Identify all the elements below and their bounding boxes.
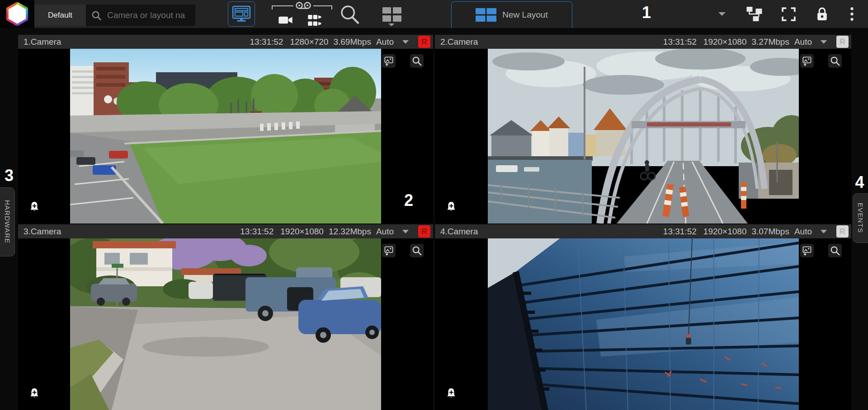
bell-plus-icon bbox=[446, 387, 457, 399]
camera-bitrate: 12.32Mbps bbox=[329, 227, 371, 237]
layout-grid-button[interactable] bbox=[381, 6, 403, 23]
search-icon bbox=[91, 10, 102, 21]
monitor-view-button[interactable] bbox=[228, 1, 255, 27]
camera-3-scene-street bbox=[70, 238, 381, 410]
image-download-icon bbox=[802, 245, 812, 256]
tile-zoom-button[interactable] bbox=[410, 54, 424, 68]
stream-caret-icon[interactable] bbox=[402, 40, 409, 44]
new-layout-tab[interactable]: New Layout bbox=[451, 1, 572, 28]
camera-stats: 13:31:52 1920×1080 3.07Mbps Auto R bbox=[663, 225, 849, 238]
toolbar: Default bbox=[0, 0, 868, 28]
global-search-button[interactable] bbox=[339, 4, 361, 25]
camera-time: 13:31:52 bbox=[250, 37, 283, 47]
add-bookmark-button[interactable] bbox=[29, 387, 40, 399]
hardware-tab[interactable]: HARDWARE bbox=[0, 187, 15, 256]
screen-selector-caret[interactable] bbox=[718, 12, 726, 16]
camera-resolution: 1920×1080 bbox=[703, 37, 747, 47]
default-layout-button[interactable]: Default bbox=[34, 5, 86, 26]
camera-4-video[interactable] bbox=[435, 238, 851, 410]
camera-time: 13:31:52 bbox=[240, 227, 274, 237]
camera-4-info-bar: 4.Camera 13:31:52 1920×1080 3.07Mbps Aut… bbox=[435, 224, 851, 238]
lock-button[interactable] bbox=[815, 6, 829, 22]
camera-4-scene-glass-building bbox=[488, 238, 799, 410]
camera-2-scene-bridge bbox=[488, 49, 799, 224]
fullscreen-icon bbox=[781, 7, 796, 22]
camera-1-video[interactable] bbox=[18, 49, 433, 224]
tile-magnifier-icon bbox=[411, 245, 422, 256]
showreel-icon bbox=[293, 1, 313, 11]
camera-tile-4[interactable]: 4.Camera 13:31:52 1920×1080 3.07Mbps Aut… bbox=[435, 224, 851, 410]
camera-stats: 13:31:52 1280×720 3.69Mbps Auto R bbox=[250, 36, 430, 48]
kebab-menu-icon bbox=[850, 7, 854, 21]
tile-zoom-button[interactable] bbox=[410, 244, 424, 257]
recording-badge: R bbox=[418, 36, 430, 48]
save-snapshot-button[interactable] bbox=[382, 244, 396, 257]
main-menu-button[interactable] bbox=[848, 6, 855, 22]
layout-grid-caret-icon[interactable] bbox=[388, 23, 395, 26]
camera-name: 4.Camera bbox=[440, 227, 478, 237]
stream-caret-icon[interactable] bbox=[821, 230, 827, 233]
camera-1-info-bar: 1.Camera 13:31:52 1280×720 3.69Mbps Auto… bbox=[18, 35, 433, 49]
search-box bbox=[86, 5, 195, 26]
connected-screens-icon bbox=[746, 6, 762, 22]
callout-2: 2 bbox=[396, 191, 421, 210]
image-download-icon bbox=[383, 56, 394, 66]
new-layout-label: New Layout bbox=[502, 10, 547, 20]
camera-3-video[interactable] bbox=[18, 238, 433, 410]
stream-caret-icon[interactable] bbox=[402, 230, 409, 233]
tile-zoom-button[interactable] bbox=[828, 244, 842, 257]
camera-stream-mode: Auto bbox=[376, 227, 394, 237]
image-download-icon bbox=[802, 56, 812, 66]
tile-magnifier-icon bbox=[830, 245, 840, 256]
bell-plus-icon bbox=[29, 201, 40, 213]
add-bookmark-button[interactable] bbox=[29, 201, 40, 213]
save-snapshot-button[interactable] bbox=[800, 244, 814, 257]
camera-1-scene-city-park bbox=[70, 49, 381, 224]
camera-stream-mode: Auto bbox=[794, 37, 812, 47]
camera-button[interactable] bbox=[278, 14, 293, 25]
camera-stats: 13:31:52 1920×1080 3.27Mbps Auto R bbox=[663, 36, 849, 48]
camera-2-info-bar: 2.Camera 13:31:52 1920×1080 3.27Mbps Aut… bbox=[435, 35, 851, 49]
app-logo[interactable] bbox=[0, 0, 34, 28]
camera-tile-2[interactable]: 2.Camera 13:31:52 1920×1080 3.27Mbps Aut… bbox=[435, 35, 851, 224]
camera-time: 13:31:52 bbox=[663, 37, 697, 47]
camera-2-video[interactable] bbox=[435, 49, 851, 224]
camera-resolution: 1920×1080 bbox=[280, 227, 324, 237]
new-layout-grid-icon bbox=[476, 8, 496, 22]
stream-caret-icon[interactable] bbox=[821, 40, 827, 44]
magnifier-icon bbox=[340, 4, 360, 25]
save-snapshot-button[interactable] bbox=[800, 54, 814, 68]
monitor-layout-icon bbox=[232, 5, 251, 23]
video-camera-icon bbox=[278, 15, 293, 25]
camera-bitrate: 3.27Mbps bbox=[751, 37, 789, 47]
multi-camera-button[interactable] bbox=[307, 14, 326, 26]
hexagon-logo-icon bbox=[5, 2, 30, 26]
events-tab[interactable]: EVENTS bbox=[853, 193, 868, 243]
camera-stream-mode: Auto bbox=[376, 37, 394, 47]
fullscreen-button[interactable] bbox=[780, 6, 797, 22]
search-input[interactable] bbox=[106, 10, 192, 21]
camera-resolution: 1280×720 bbox=[290, 37, 328, 47]
lock-icon bbox=[816, 7, 828, 22]
recording-badge: R bbox=[836, 36, 849, 48]
tile-magnifier-icon bbox=[830, 56, 840, 66]
tile-zoom-button[interactable] bbox=[828, 54, 842, 68]
camera-stats: 13:31:52 1920×1080 12.32Mbps Auto R bbox=[240, 225, 430, 238]
callout-1: 1 bbox=[632, 3, 661, 22]
bell-plus-icon bbox=[29, 387, 40, 399]
bell-plus-icon bbox=[446, 201, 457, 213]
image-download-icon bbox=[383, 245, 394, 256]
videowall-button[interactable] bbox=[745, 6, 763, 22]
vms-window: Default bbox=[0, 0, 868, 410]
camera-3-info-bar: 3.Camera 13:31:52 1920×1080 12.32Mbps Au… bbox=[18, 224, 433, 238]
camera-tile-1[interactable]: 1.Camera 13:31:52 1280×720 3.69Mbps Auto… bbox=[18, 35, 433, 224]
add-bookmark-button[interactable] bbox=[446, 201, 457, 213]
add-bookmark-button[interactable] bbox=[446, 387, 457, 399]
callout-3: 3 bbox=[0, 166, 18, 185]
camera-bitrate: 3.69Mbps bbox=[333, 37, 371, 47]
camera-stream-mode: Auto bbox=[794, 227, 812, 237]
save-snapshot-button[interactable] bbox=[382, 54, 396, 68]
camera-time: 13:31:52 bbox=[663, 227, 697, 237]
grid-2x2-icon bbox=[382, 6, 402, 23]
camera-tile-3[interactable]: 3.Camera 13:31:52 1920×1080 12.32Mbps Au… bbox=[18, 224, 433, 410]
